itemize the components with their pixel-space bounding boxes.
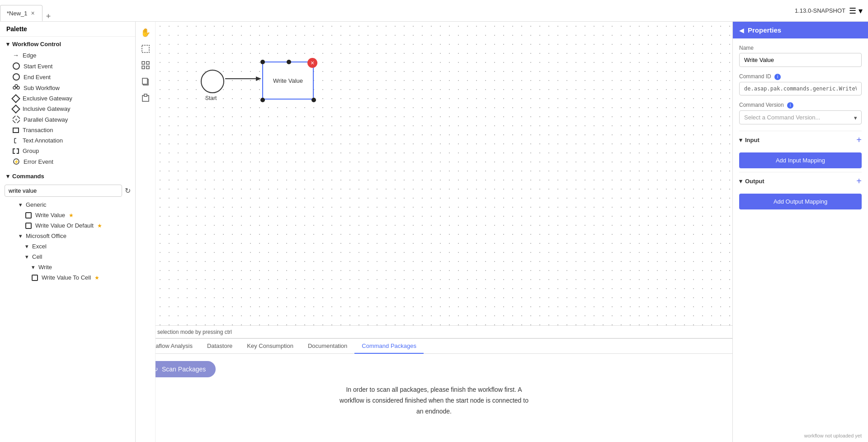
sidebar-item-exclusive-gateway[interactable]: Exclusive Gateway (0, 93, 135, 104)
add-input-mapping-btn[interactable]: Add Input Mapping (739, 152, 862, 168)
generic-label: Generic (26, 201, 47, 208)
sidebar-item-write-value[interactable]: Write Value ★ (0, 210, 135, 220)
write-value-star: ★ (69, 212, 74, 219)
write-group-header[interactable]: Write (0, 262, 135, 272)
write-label: Write (38, 264, 52, 271)
commands-search-area: ↻ (0, 182, 135, 200)
svg-text:+: + (15, 117, 18, 122)
sidebar-item-write-value-or-default[interactable]: Write Value Or Default ★ (0, 220, 135, 231)
select-tool-icon (141, 44, 150, 53)
cell-chevron (25, 253, 28, 260)
sidebar-item-end-event[interactable]: End Event (0, 71, 135, 82)
grid-tool-btn[interactable] (138, 58, 153, 72)
sidebar-item-label: Write Value Or Default (35, 222, 94, 229)
tab-new1[interactable]: *New_1 × (0, 5, 42, 21)
grid-tool-icon (141, 61, 150, 70)
svg-text:⚡: ⚡ (14, 159, 19, 165)
cell-label: Cell (32, 253, 42, 260)
commands-section: Commands ↻ Generic Write Value ★ Write V… (0, 169, 135, 285)
commands-header[interactable]: Commands (0, 171, 135, 182)
canvas-toolbar: ✋ (136, 22, 156, 442)
tab-key-consumption[interactable]: Key Consumption (240, 339, 301, 354)
sidebar-item-start-event[interactable]: Start Event (0, 61, 135, 71)
select-tool-btn[interactable] (138, 42, 153, 56)
svg-rect-13 (142, 78, 147, 84)
delete-node-btn[interactable]: × (307, 58, 317, 68)
sidebar-item-label: End Event (24, 74, 51, 81)
commands-search-input[interactable] (5, 185, 122, 197)
write-value-to-cell-checkbox (32, 275, 38, 281)
inclusive-gateway-icon (11, 105, 20, 114)
properties-collapse-btn[interactable]: ◀ (739, 27, 744, 34)
excel-group-header[interactable]: Excel (0, 241, 135, 252)
add-output-btn[interactable]: + (856, 176, 862, 186)
sidebar-item-label: Parallel Gateway (24, 116, 68, 123)
svg-rect-15 (144, 94, 147, 96)
flow-arrow (225, 74, 261, 83)
version-area: 1.13.0-SNAPSHOT ☰ ▾ (795, 6, 868, 16)
sidebar-item-parallel-gateway[interactable]: + Parallel Gateway (0, 114, 135, 125)
paste-tool-icon (141, 93, 150, 102)
output-section-label: ▾ Output (739, 178, 764, 185)
svg-rect-11 (146, 66, 149, 69)
tab-datastore[interactable]: Datastore (200, 339, 240, 354)
command-version-select[interactable]: Select a Command Version... (739, 110, 862, 124)
end-event-icon (13, 73, 20, 81)
svg-point-2 (15, 85, 18, 87)
ms-office-chevron (19, 233, 22, 239)
generic-group-header[interactable]: Generic (0, 200, 135, 210)
sidebar-item-label: Exclusive Gateway (23, 95, 72, 102)
command-id-input[interactable] (739, 82, 862, 95)
command-id-label: Command ID i (739, 73, 862, 80)
refresh-button[interactable]: ↻ (125, 186, 131, 195)
flow-diagram: Start Write Value × (201, 58, 354, 117)
input-chevron-icon: ▾ (739, 137, 742, 143)
command-version-select-wrapper: Select a Command Version... ▾ (739, 110, 862, 124)
bottom-message: In order to scan all packages, please fi… (340, 385, 528, 417)
output-chevron-icon: ▾ (739, 178, 742, 185)
write-value-or-default-star: ★ (97, 223, 102, 229)
start-node[interactable] (201, 70, 224, 93)
write-value-or-default-checkbox (25, 223, 32, 229)
excel-label: Excel (32, 243, 47, 250)
tab-area: *New_1 × + (0, 0, 795, 21)
sidebar-item-label: Start Event (24, 63, 52, 70)
tab-close-btn[interactable]: × (30, 10, 36, 17)
write-value-node[interactable]: Write Value (262, 62, 314, 100)
hand-tool-btn[interactable]: ✋ (138, 25, 153, 40)
svg-rect-9 (146, 62, 149, 64)
canvas-area[interactable]: Start Write Value × (156, 22, 732, 325)
sidebar-item-inclusive-gateway[interactable]: Inclusive Gateway (0, 104, 135, 114)
workflow-control-label: Workflow Control (12, 41, 61, 48)
ms-office-label: Microsoft Office (26, 233, 66, 239)
sidebar-item-group[interactable]: Group (0, 146, 135, 156)
sidebar-item-transaction[interactable]: Transaction (0, 125, 135, 135)
tab-add-btn[interactable]: + (42, 12, 55, 21)
sidebar-item-label: Write Value To Cell (42, 274, 91, 281)
write-chevron (32, 264, 35, 271)
bottom-panel: Dataflow Analysis Datastore Key Consumpt… (136, 338, 732, 442)
microsoft-office-group-header[interactable]: Microsoft Office (0, 231, 135, 241)
add-input-btn[interactable]: + (856, 135, 862, 145)
add-output-mapping-btn[interactable]: Add Output Mapping (739, 194, 862, 209)
top-bar: *New_1 × + 1.13.0-SNAPSHOT ☰ ▾ (0, 0, 868, 22)
tab-documentation[interactable]: Documentation (301, 339, 354, 354)
write-value-checkbox (25, 212, 32, 219)
paste-tool-btn[interactable] (138, 90, 153, 105)
sidebar-item-label: Transaction (23, 127, 53, 133)
copy-tool-btn[interactable] (138, 74, 153, 89)
sidebar: Palette Workflow Control Edge Start Even… (0, 22, 136, 442)
tab-command-packages[interactable]: Command Packages (354, 339, 424, 354)
sidebar-item-sub-workflow[interactable]: Sub Workflow (0, 82, 135, 93)
sidebar-item-text-annotation[interactable]: Text Annotation (0, 135, 135, 146)
cell-group-header[interactable]: Cell (0, 252, 135, 262)
properties-panel: ◀ Properties Name Command ID i Command V… (732, 22, 868, 442)
tab-label: *New_1 (7, 10, 28, 17)
workflow-status: workflow not uploaded yet (733, 431, 868, 442)
name-input[interactable] (739, 53, 862, 67)
sidebar-item-edge[interactable]: Edge (0, 50, 135, 61)
workflow-control-header[interactable]: Workflow Control (0, 38, 135, 50)
sidebar-item-error-event[interactable]: ⚡ Error Event (0, 156, 135, 167)
sidebar-item-write-value-to-cell[interactable]: Write Value To Cell ★ (0, 272, 135, 283)
menu-button[interactable]: ☰ ▾ (849, 6, 863, 16)
